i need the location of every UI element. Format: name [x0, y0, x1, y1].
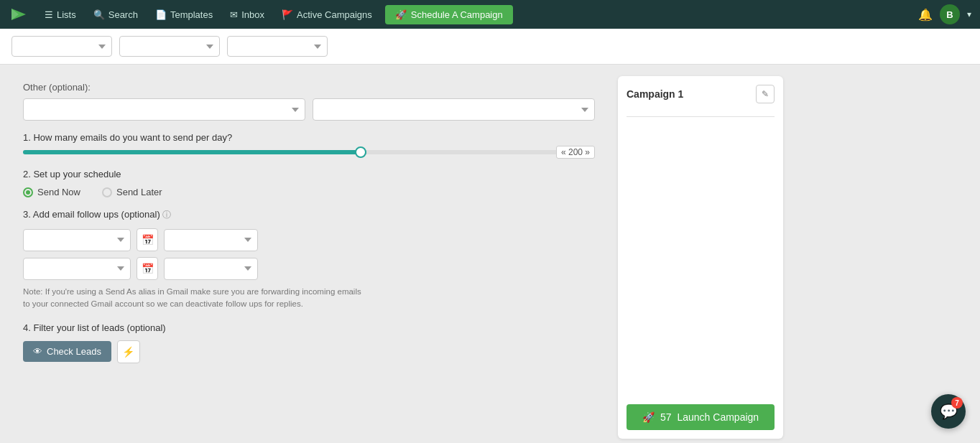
send-later-option[interactable]: Send Later	[102, 187, 162, 197]
chat-widget[interactable]: 💬 7	[931, 394, 966, 429]
templates-icon: 📄	[155, 9, 167, 20]
radio-dot	[26, 190, 30, 195]
help-icon[interactable]: ⓘ	[162, 210, 171, 220]
question3-title: 3. Add email follow ups (optional) ⓘ	[23, 209, 595, 221]
slider-value-display[interactable]: « 200 »	[556, 146, 595, 159]
note-text: Note: If you're using a Send As alias in…	[23, 286, 368, 311]
schedule-campaign-button[interactable]: 🚀 Schedule A Campaign	[385, 5, 513, 24]
sidebar-item-inbox[interactable]: ✉ Inbox	[223, 0, 272, 29]
lists-icon: ☰	[45, 9, 53, 20]
nav-search-label: Search	[108, 9, 138, 20]
calendar-icon-1: 📅	[142, 234, 154, 246]
avatar-caret-icon[interactable]: ▾	[967, 9, 971, 19]
nav-inbox-label: Inbox	[241, 9, 264, 20]
sidebar-divider	[627, 116, 775, 117]
question4-title: 4. Filter your list of leads (optional)	[23, 322, 595, 333]
notification-bell-icon[interactable]: 🔔	[918, 8, 933, 22]
launch-campaign-button[interactable]: 🚀 57 Launch Campaign	[627, 404, 775, 430]
select-template-dropdown[interactable]: Select Template	[227, 36, 328, 57]
filter-bar: Select a List Select Email Select Templa…	[0, 29, 980, 65]
nav-templates-label: Templates	[170, 9, 213, 20]
followup-row-1: Select Template 📅 Send after 'n' ...	[23, 228, 595, 251]
calendar-btn-2[interactable]: 📅	[137, 257, 158, 280]
main-layout: Other (optional): Relationships Tags 1. …	[0, 65, 980, 443]
other-options-row: Relationships Tags	[23, 98, 595, 121]
chat-badge: 7	[951, 397, 963, 409]
question1-title: 1. How many emails do you want to send p…	[23, 132, 595, 143]
sidebar-item-templates[interactable]: 📄 Templates	[148, 0, 220, 29]
sidebar-item-active-campaigns[interactable]: 🚩 Active Campaigns	[274, 0, 379, 29]
main-content: Other (optional): Relationships Tags 1. …	[0, 65, 618, 443]
calendar-btn-1[interactable]: 📅	[137, 228, 158, 251]
relationships-dropdown[interactable]: Relationships	[23, 98, 305, 121]
flag-icon: 🚩	[282, 9, 293, 20]
search-icon: 🔍	[93, 9, 105, 20]
followup-template-1-dropdown[interactable]: Select Template	[23, 229, 131, 251]
logo[interactable]	[9, 4, 29, 24]
select-email-dropdown[interactable]: Select Email	[119, 36, 220, 57]
schedule-options: Send Now Send Later	[23, 187, 595, 197]
edit-icon: ✎	[762, 89, 769, 99]
campaign-title: Campaign 1	[627, 88, 756, 100]
check-leads-button[interactable]: 👁 Check Leads	[23, 341, 111, 362]
slider-thumb[interactable]	[355, 146, 366, 158]
question2-title: 2. Set up your schedule	[23, 169, 595, 179]
send-now-option[interactable]: Send Now	[23, 187, 80, 197]
campaign-header: Campaign 1 ✎	[627, 85, 775, 103]
send-now-radio[interactable]	[23, 187, 33, 197]
launch-count: 57	[660, 411, 672, 423]
eye-icon: 👁	[33, 346, 42, 357]
inbox-icon: ✉	[230, 9, 238, 20]
nav-lists-label: Lists	[57, 9, 76, 20]
send-after-2-dropdown[interactable]: Send after 'n' ...	[164, 258, 258, 280]
send-after-1-dropdown[interactable]: Send after 'n' ...	[164, 229, 258, 251]
tags-dropdown[interactable]: Tags	[313, 98, 595, 121]
slider-fill	[23, 150, 366, 154]
launch-label: Launch Campaign	[677, 411, 759, 423]
launch-rocket-icon: 🚀	[642, 411, 655, 423]
lightning-icon: ⚡	[122, 346, 134, 358]
slider-track[interactable]	[23, 150, 595, 154]
sidebar-item-search[interactable]: 🔍 Search	[86, 0, 145, 29]
other-label: Other (optional):	[23, 82, 595, 93]
send-later-radio[interactable]	[102, 187, 112, 197]
nav-active-campaigns-label: Active Campaigns	[297, 9, 372, 20]
sidebar-item-lists[interactable]: ☰ Lists	[37, 0, 83, 29]
avatar[interactable]: B	[940, 4, 960, 24]
campaign-sidebar-panel: Campaign 1 ✎ 🚀 57 Launch Campaign	[618, 76, 783, 439]
emails-per-day-slider: « 200 »	[23, 150, 595, 154]
navbar: ☰ Lists 🔍 Search 📄 Templates ✉ Inbox 🚩 A…	[0, 0, 980, 29]
rocket-icon: 🚀	[395, 9, 407, 20]
followup-row-2: Select Template 📅 Send after 'n' ...	[23, 257, 595, 280]
lightning-button[interactable]: ⚡	[117, 340, 140, 363]
select-list-dropdown[interactable]: Select a List	[11, 36, 112, 57]
followup-template-2-dropdown[interactable]: Select Template	[23, 258, 131, 280]
calendar-icon-2: 📅	[142, 263, 154, 274]
filter-actions: 👁 Check Leads ⚡	[23, 340, 595, 363]
navbar-right: 🔔 B ▾	[918, 4, 971, 24]
edit-campaign-button[interactable]: ✎	[756, 85, 775, 103]
